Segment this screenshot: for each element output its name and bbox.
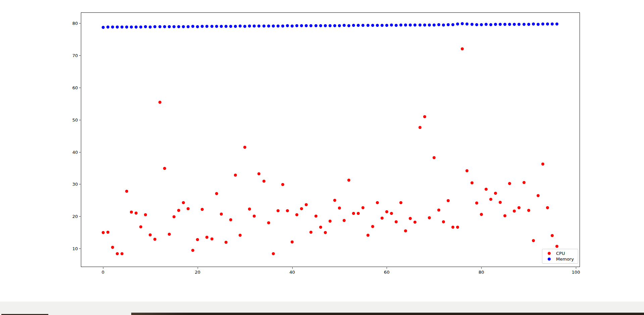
legend-label-memory: Memory <box>556 257 574 262</box>
memory-point <box>537 23 540 26</box>
y-tick <box>79 88 81 88</box>
x-tick <box>292 267 293 269</box>
memory-point <box>177 25 180 28</box>
cpu-point <box>447 199 450 202</box>
memory-point <box>324 24 327 27</box>
memory-marker-icon <box>548 258 551 261</box>
memory-point <box>480 23 483 26</box>
legend-row-memory: Memory <box>546 256 575 262</box>
memory-point <box>523 23 526 26</box>
cpu-point <box>158 101 161 104</box>
memory-point <box>210 25 213 28</box>
x-tick <box>387 267 387 269</box>
cpu-point <box>423 115 426 118</box>
memory-point <box>182 25 185 28</box>
cpu-point <box>437 209 440 212</box>
cpu-point <box>286 209 289 212</box>
memory-point <box>229 25 232 28</box>
x-tick <box>576 267 576 269</box>
cpu-point <box>272 252 275 255</box>
memory-point <box>465 22 468 26</box>
legend-row-cpu: CPU <box>546 251 575 256</box>
cpu-point <box>277 209 280 212</box>
memory-point <box>125 26 128 29</box>
cpu-point <box>248 208 251 211</box>
memory-point <box>139 26 142 29</box>
cpu-point <box>532 239 535 242</box>
cpu-point <box>527 209 530 212</box>
memory-point <box>428 24 431 27</box>
memory-point <box>158 25 161 28</box>
memory-point <box>470 23 474 26</box>
cpu-point <box>338 207 341 210</box>
figure-window: { "chart_data": { "type": "scatter", "ti… <box>0 0 644 315</box>
cpu-point <box>243 146 246 149</box>
memory-point <box>116 26 119 29</box>
cpu-point <box>220 213 223 216</box>
x-tick <box>198 267 198 269</box>
cpu-point <box>291 240 294 243</box>
x-tick-label: 60 <box>384 270 390 275</box>
y-tick-label: 20 <box>72 214 78 219</box>
memory-point <box>272 25 275 28</box>
cpu-point <box>120 252 123 255</box>
y-tick-label: 40 <box>72 149 78 154</box>
memory-point <box>329 24 332 27</box>
cpu-point <box>172 215 176 218</box>
memory-point <box>433 24 436 27</box>
memory-point <box>475 23 478 26</box>
cpu-point <box>333 199 336 202</box>
memory-point <box>385 24 388 27</box>
cpu-point <box>187 207 190 210</box>
x-tick-label: 20 <box>195 270 201 275</box>
cpu-point <box>555 245 558 248</box>
memory-point <box>163 25 166 28</box>
y-tick <box>79 249 81 249</box>
memory-point <box>395 24 398 27</box>
y-tick-label: 60 <box>72 85 78 90</box>
plot-area <box>81 12 580 267</box>
y-tick <box>79 55 81 56</box>
memory-point <box>418 24 422 27</box>
y-tick <box>79 120 81 120</box>
cpu-point <box>485 188 488 191</box>
cpu-point <box>177 209 180 212</box>
cpu-point <box>116 252 119 255</box>
memory-point <box>267 25 270 28</box>
y-tick-label: 50 <box>72 117 78 122</box>
memory-point <box>220 25 223 28</box>
cpu-point <box>163 167 166 170</box>
cpu-point <box>182 201 185 204</box>
memory-point <box>527 23 530 26</box>
memory-point <box>314 24 317 27</box>
memory-point <box>196 25 199 28</box>
cpu-point <box>215 192 218 195</box>
memory-point <box>319 24 322 27</box>
cpu-point <box>503 214 506 217</box>
memory-point <box>149 26 152 29</box>
cpu-point <box>499 201 502 204</box>
x-tick <box>481 267 482 269</box>
cpu-point <box>314 215 317 218</box>
figure-canvas: 0204060801001020304050607080 CPU Memory <box>0 0 644 302</box>
cpu-point <box>111 246 114 249</box>
cpu-point <box>324 231 327 234</box>
y-tick <box>79 23 81 24</box>
cpu-point <box>300 207 303 210</box>
cpu-point <box>470 181 474 184</box>
memory-point <box>376 24 379 27</box>
cpu-point <box>480 213 483 216</box>
memory-point <box>130 26 133 29</box>
x-tick-label: 100 <box>572 270 580 275</box>
memory-point <box>135 26 138 29</box>
memory-point <box>338 24 341 27</box>
memory-point <box>106 26 109 29</box>
y-tick-label: 80 <box>72 21 78 26</box>
y-tick-label: 70 <box>72 53 78 58</box>
cpu-point <box>267 221 270 224</box>
memory-point <box>187 25 190 28</box>
memory-point <box>225 25 228 28</box>
x-tick-label: 80 <box>479 270 484 275</box>
memory-point <box>371 24 374 27</box>
memory-point <box>489 23 492 26</box>
